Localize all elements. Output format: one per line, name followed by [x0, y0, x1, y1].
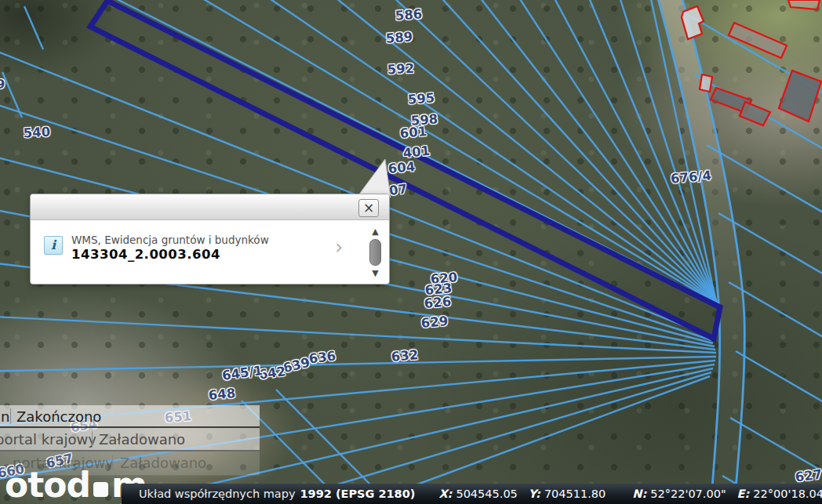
close-icon[interactable]: × — [358, 199, 379, 217]
parcel-label: 639 — [282, 355, 311, 376]
popup-layer-title: WMS, Ewidencja gruntów i budynków — [71, 234, 269, 246]
parcel-label: 636 — [308, 348, 337, 366]
parcel-label: 592 — [387, 61, 414, 78]
popup-scrollbar: ▲ ▼ — [367, 227, 384, 281]
toast-finished: n Zakończono — [0, 405, 260, 428]
y-value: 704511.80 — [544, 488, 606, 500]
parcel-label: 540 — [23, 125, 50, 141]
parcel-label: 401 — [402, 143, 431, 161]
chevron-right-icon[interactable]: › — [335, 235, 343, 259]
toast-status: Zakończono — [16, 408, 101, 425]
n-value: 52°22'07.00" — [650, 488, 726, 500]
parcel-label: 589 — [385, 29, 413, 45]
y-label: Y: — [529, 488, 540, 500]
parcel-label: 676/4 — [670, 168, 711, 186]
parcel-label: 601 — [399, 124, 427, 141]
parcel-label: 648 — [208, 386, 236, 403]
popup-title-bar — [31, 194, 389, 220]
parcel-label: 645/1 — [221, 363, 264, 383]
info-icon: i — [44, 236, 63, 255]
parcel-label: 583 — [373, 0, 399, 1]
popup-callout-pointer — [345, 157, 394, 199]
feature-info-popup: × i WMS, Ewidencja gruntów i budynków 14… — [30, 194, 390, 285]
scroll-down-icon[interactable]: ▼ — [367, 268, 384, 278]
crs-label: Układ współrzędnych mapy — [139, 488, 295, 500]
scrollbar-thumb[interactable] — [369, 239, 381, 266]
parcel-label: 632 — [391, 347, 419, 364]
toast-divider — [10, 408, 11, 424]
otodom-square-glyph — [93, 482, 108, 497]
parcel-label: 595 — [407, 90, 435, 107]
parcel-label: 629 — [420, 314, 449, 331]
toast-divider — [92, 431, 93, 447]
parcel-label: 626 — [424, 294, 452, 311]
x-label: X: — [438, 488, 452, 500]
coordinate-status-bar: Układ współrzędnych mapy 1992 (EPSG 2180… — [122, 484, 822, 504]
toast-source-fragment: portal krajowy — [0, 431, 96, 448]
geoportal-map-view: 5835865895925955986014016046075403962062… — [0, 0, 822, 504]
e-value: 22°00'18.04" — [753, 488, 822, 500]
parcel-label: 627 — [795, 466, 822, 484]
parcel-label: 586 — [395, 6, 423, 23]
toast-loaded: portal krajowy Załadowano — [0, 428, 260, 451]
e-label: E: — [737, 488, 750, 500]
popup-feature-id[interactable]: 143304_2.0003.604 — [71, 247, 220, 262]
crs-value: 1992 (EPSG 2180) — [300, 488, 415, 500]
parcel-label: 39 — [0, 77, 5, 92]
toast-status: Załadowano — [99, 431, 185, 448]
n-label: N: — [632, 488, 646, 500]
x-value: 504545.05 — [456, 488, 517, 500]
scroll-up-icon[interactable]: ▲ — [367, 227, 384, 237]
toast-source-fragment: n — [1, 408, 9, 425]
